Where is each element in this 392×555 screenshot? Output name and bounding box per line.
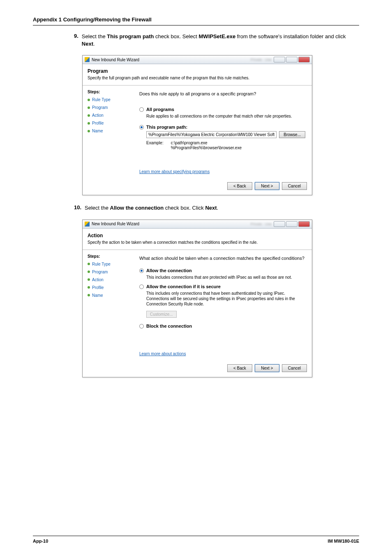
window-controls — [274, 57, 310, 62]
t: check box. Click — [164, 205, 205, 211]
label: Name — [92, 129, 103, 133]
browse-button[interactable]: Browse... — [279, 131, 305, 138]
option-this-program-path[interactable]: This program path: — [139, 125, 305, 130]
titlebar: New Inbound Rule Wizard Private : Use — [83, 220, 312, 229]
radio-icon[interactable] — [139, 125, 144, 130]
footer-right: IM MW180-01E — [328, 539, 359, 543]
option-all-programs[interactable]: All programs — [139, 107, 305, 112]
sidebar-item-program[interactable]: Program — [88, 270, 133, 274]
bullet-icon — [88, 130, 90, 132]
sidebar-item-profile[interactable]: Profile — [88, 285, 133, 290]
titlebar: New Inbound Rule Wizard Private : Use — [83, 56, 312, 64]
sidebar-item-rule-type[interactable]: Rule Type — [88, 262, 133, 266]
wizard-footer: < Back Next > Cancel — [83, 360, 312, 377]
t: Next — [82, 41, 93, 47]
ex1: c:\path\program.exe — [171, 141, 208, 145]
program-path-row: Browse... — [146, 131, 305, 138]
example-block: Example: c:\path\program.exe %ProgramFil… — [146, 141, 305, 150]
sidebar-item-name[interactable]: Name — [88, 129, 133, 133]
label: Name — [92, 293, 103, 298]
close-icon[interactable] — [298, 57, 310, 62]
page-footer: App-10 IM MW180-01E — [33, 536, 359, 543]
sidebar-item-action[interactable]: Action — [88, 278, 133, 282]
t: Select the — [82, 33, 107, 39]
minimize-icon[interactable] — [274, 57, 285, 62]
sidebar-item-action[interactable]: Action — [88, 113, 133, 118]
wizard-footer: < Back Next > Cancel — [83, 178, 312, 195]
window-title: New Inbound Rule Wizard — [92, 222, 247, 226]
header-subtitle: Specify the action to be taken when a co… — [88, 240, 307, 245]
step9-text: Select the This program path check box. … — [82, 33, 359, 48]
window-title: New Inbound Rule Wizard — [92, 58, 247, 62]
option-secure-desc: This includes only connections that have… — [146, 291, 305, 307]
customize-button: Customize... — [146, 311, 177, 318]
header-title: Action — [88, 233, 307, 238]
window-controls — [274, 221, 310, 227]
t: . — [93, 41, 95, 47]
minimize-icon[interactable] — [274, 221, 285, 227]
learn-more-link[interactable]: Learn more about specifying programs — [139, 169, 305, 174]
sidebar-item-profile[interactable]: Profile — [88, 121, 133, 125]
steps-sidebar: Steps: Rule Type Program Action Profile … — [83, 86, 136, 178]
learn-more-link[interactable]: Learn more about actions — [139, 352, 305, 356]
bullet-icon — [88, 263, 90, 265]
label: Program — [92, 270, 108, 274]
wizard-body: Steps: Rule Type Program Action Profile … — [83, 86, 312, 178]
t: from the software's installation folder … — [235, 33, 346, 39]
section-title: Appendix 1 Configuring/Removing the Fire… — [33, 16, 359, 25]
t: Select the — [85, 205, 110, 211]
cancel-button[interactable]: Cancel — [282, 182, 307, 190]
t: MWIPSetE.exe — [199, 33, 236, 39]
sidebar-item-program[interactable]: Program — [88, 105, 133, 110]
maximize-icon[interactable] — [286, 57, 297, 62]
option-block-connection[interactable]: Block the connection — [139, 324, 305, 328]
radio-icon[interactable] — [139, 268, 144, 273]
sidebar-item-rule-type[interactable]: Rule Type — [88, 97, 133, 102]
lead-text: What action should be taken when a conne… — [139, 256, 305, 261]
radio-icon[interactable] — [139, 284, 144, 289]
label: Rule Type — [92, 262, 111, 266]
shield-icon — [85, 57, 90, 62]
footer-left: App-10 — [33, 539, 48, 543]
bullet-icon — [88, 294, 90, 296]
step10-number: 10. — [74, 204, 81, 210]
header-subtitle: Specify the full program path and execut… — [88, 76, 307, 80]
bullet-icon — [88, 114, 90, 117]
option-allow-connection[interactable]: Allow the connection — [139, 268, 305, 273]
option-allow-desc: This includes connections that are prote… — [146, 275, 305, 280]
step9-number: 9. — [74, 33, 78, 39]
label: Profile — [92, 285, 104, 290]
bullet-icon — [88, 271, 90, 273]
header-title: Program — [88, 68, 307, 74]
option-label: Allow the connection — [146, 268, 192, 273]
back-button[interactable]: < Back — [227, 182, 252, 190]
ex2: %ProgramFiles%\browser\browser.exe — [171, 146, 242, 150]
option-allow-secure[interactable]: Allow the connection if it is secure — [139, 284, 305, 289]
bullet-icon — [88, 278, 90, 281]
blurred-text: Private : Use — [250, 222, 272, 226]
next-button[interactable]: Next > — [255, 182, 279, 190]
option-label: This program path: — [146, 125, 187, 130]
radio-icon[interactable] — [139, 107, 144, 112]
example-label: Example: — [146, 141, 164, 150]
option-label: Allow the connection if it is secure — [146, 284, 221, 289]
label: Profile — [92, 121, 104, 125]
label: Rule Type — [92, 97, 111, 102]
label: Program — [92, 105, 108, 110]
lead-text: Does this rule apply to all programs or … — [139, 91, 305, 96]
back-button[interactable]: < Back — [227, 364, 252, 372]
maximize-icon[interactable] — [286, 221, 297, 227]
sidebar-item-name[interactable]: Name — [88, 293, 133, 298]
wizard-action: New Inbound Rule Wizard Private : Use Ac… — [82, 220, 312, 377]
radio-icon[interactable] — [139, 324, 144, 328]
bullet-icon — [88, 122, 90, 125]
wizard-content: What action should be taken when a conne… — [136, 250, 312, 360]
bullet-icon — [88, 99, 90, 101]
program-path-input[interactable] — [146, 131, 277, 138]
shield-icon — [85, 222, 90, 227]
next-button[interactable]: Next > — [255, 364, 279, 372]
cancel-button[interactable]: Cancel — [282, 364, 307, 372]
close-icon[interactable] — [298, 221, 310, 227]
option-all-desc: Rule applies to all connections on the c… — [146, 113, 305, 119]
wizard-content: Does this rule apply to all programs or … — [136, 86, 312, 178]
